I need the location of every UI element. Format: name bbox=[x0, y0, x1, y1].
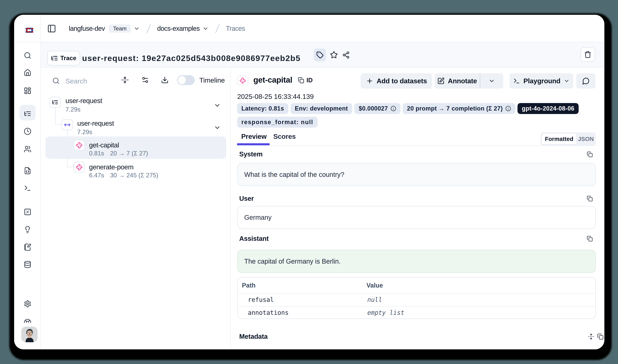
tree-row-duration: 7.29s bbox=[77, 129, 92, 136]
badge-row: Latency: 0.81s Env: development $0.00002… bbox=[237, 103, 579, 114]
tag-icon bbox=[316, 51, 324, 59]
observation-title: get-capital bbox=[253, 75, 292, 84]
fold-vertical-icon[interactable] bbox=[121, 76, 129, 84]
rail-playground[interactable] bbox=[14, 184, 41, 192]
dashboard-icon bbox=[24, 87, 31, 95]
copy-icon bbox=[298, 77, 304, 83]
star-icon[interactable] bbox=[330, 51, 338, 59]
list-tree-icon bbox=[52, 99, 58, 105]
breadcrumb: langfuse-dev Team docs-examples Traces bbox=[56, 24, 245, 34]
tree-row-label: generate-poem bbox=[89, 163, 134, 171]
rail-sessions[interactable] bbox=[14, 128, 41, 135]
tree-row-stats: 0.81s20 → 7 (Σ 27) bbox=[89, 150, 148, 157]
col-path: Path bbox=[242, 282, 256, 289]
chevron-down-icon bbox=[489, 78, 495, 84]
tab-preview[interactable]: Preview bbox=[241, 133, 267, 141]
annotate-dropdown[interactable] bbox=[480, 78, 503, 84]
rail-support[interactable] bbox=[14, 319, 41, 323]
timeline-toggle[interactable] bbox=[177, 75, 195, 85]
rail-annotations[interactable] bbox=[14, 226, 41, 233]
copy-icon[interactable] bbox=[587, 196, 593, 202]
view-formatted[interactable]: Formatted bbox=[541, 133, 577, 145]
assistant-message-text: The capital of Germany is Berlin. bbox=[244, 258, 341, 265]
playground-button[interactable]: Playground bbox=[510, 73, 573, 89]
rail-home[interactable] bbox=[14, 69, 41, 77]
home-icon bbox=[24, 69, 31, 77]
filter-settings-icon[interactable] bbox=[141, 76, 149, 84]
top-header: langfuse-dev Team docs-examples Traces bbox=[41, 15, 604, 42]
copy-icon[interactable] bbox=[587, 236, 593, 242]
user-message-box: Germany bbox=[237, 206, 596, 229]
download-icon[interactable] bbox=[161, 76, 169, 84]
tokens-badge[interactable]: 20 prompt → 7 completion (Σ 27) bbox=[403, 103, 515, 114]
view-mode-toggle[interactable]: Formatted JSON bbox=[541, 132, 596, 145]
generation-icon-pill bbox=[237, 76, 248, 86]
tab-scores[interactable]: Scores bbox=[273, 133, 296, 141]
observation-detail-panel: get-capital ID Add to datasets Annotate … bbox=[231, 67, 604, 349]
message-circle-icon bbox=[582, 77, 590, 85]
cost-badge[interactable]: $0.000027 bbox=[354, 103, 400, 114]
rail-prompts[interactable] bbox=[14, 167, 41, 175]
rail-tracing-active[interactable] bbox=[14, 110, 41, 117]
annotate-main[interactable]: Annotate bbox=[434, 77, 480, 85]
model-badge[interactable]: gpt-4o-2024-08-06 bbox=[517, 103, 579, 114]
share-icon[interactable] bbox=[342, 51, 350, 59]
copy-id-button[interactable]: ID bbox=[298, 77, 313, 84]
cell-value: empty list bbox=[367, 309, 404, 316]
sidebar-toggle-icon[interactable] bbox=[47, 24, 56, 33]
avatar-image bbox=[21, 327, 38, 342]
copy-icon[interactable] bbox=[597, 333, 604, 340]
unfold-vertical-icon[interactable] bbox=[588, 333, 594, 340]
chevron-down-icon[interactable] bbox=[202, 26, 209, 32]
add-to-datasets-button[interactable]: Add to datasets bbox=[361, 73, 432, 89]
comment-button[interactable] bbox=[576, 73, 595, 89]
user-message-text: Germany bbox=[244, 214, 272, 221]
rail-queue[interactable] bbox=[14, 243, 41, 251]
cell-value: null bbox=[367, 296, 382, 303]
search-icon bbox=[24, 52, 31, 59]
timeline-label: Timeline bbox=[199, 77, 225, 84]
delete-trace-button[interactable] bbox=[580, 47, 595, 62]
tree-connector bbox=[55, 107, 55, 125]
copy-icon[interactable] bbox=[587, 151, 593, 157]
breadcrumb-project[interactable]: docs-examples bbox=[157, 25, 200, 32]
view-json[interactable]: JSON bbox=[577, 136, 595, 142]
tree-connector bbox=[67, 167, 74, 167]
trace-type-badge: Trace bbox=[47, 51, 80, 65]
rail-evaluation[interactable] bbox=[14, 208, 41, 216]
clock-icon bbox=[24, 128, 31, 135]
active-tab-underline bbox=[237, 143, 270, 145]
langfuse-logo[interactable] bbox=[25, 27, 34, 33]
table-row: annotations empty list bbox=[238, 307, 595, 318]
latency-badge: Latency: 0.81s bbox=[237, 103, 288, 114]
rail-search[interactable] bbox=[14, 52, 41, 59]
add-to-datasets-label: Add to datasets bbox=[377, 77, 427, 85]
info-icon bbox=[391, 106, 396, 111]
chevron-down-icon bbox=[564, 78, 570, 84]
tree-row-label: user-request bbox=[77, 119, 114, 127]
search-input[interactable] bbox=[65, 77, 112, 86]
user-avatar[interactable] bbox=[21, 327, 38, 342]
chevron-down-icon[interactable] bbox=[214, 102, 221, 109]
tag-button[interactable] bbox=[314, 49, 326, 61]
rail-settings[interactable] bbox=[14, 300, 41, 308]
breadcrumb-current[interactable]: Traces bbox=[226, 25, 245, 32]
copy-id-label: ID bbox=[307, 77, 313, 84]
rail-datasets[interactable] bbox=[14, 261, 41, 268]
breadcrumb-org[interactable]: langfuse-dev bbox=[69, 25, 105, 32]
terminal-icon bbox=[513, 78, 520, 84]
table-header-row: Path Value bbox=[238, 278, 595, 294]
rail-users[interactable] bbox=[14, 145, 41, 153]
response-format-badge: response_format: null bbox=[237, 117, 318, 128]
annotate-split-button[interactable]: Annotate bbox=[434, 73, 503, 89]
left-rail bbox=[14, 15, 41, 349]
org-plan-badge: Team bbox=[109, 25, 131, 33]
database-icon bbox=[24, 261, 31, 268]
breadcrumb-separator bbox=[146, 24, 151, 34]
table-row: refusal null bbox=[238, 294, 595, 307]
users-icon bbox=[24, 145, 31, 153]
terminal-icon bbox=[24, 184, 31, 192]
chevron-down-icon[interactable] bbox=[134, 26, 140, 32]
rail-dashboards[interactable] bbox=[14, 87, 41, 95]
chevron-down-icon[interactable] bbox=[214, 124, 221, 131]
